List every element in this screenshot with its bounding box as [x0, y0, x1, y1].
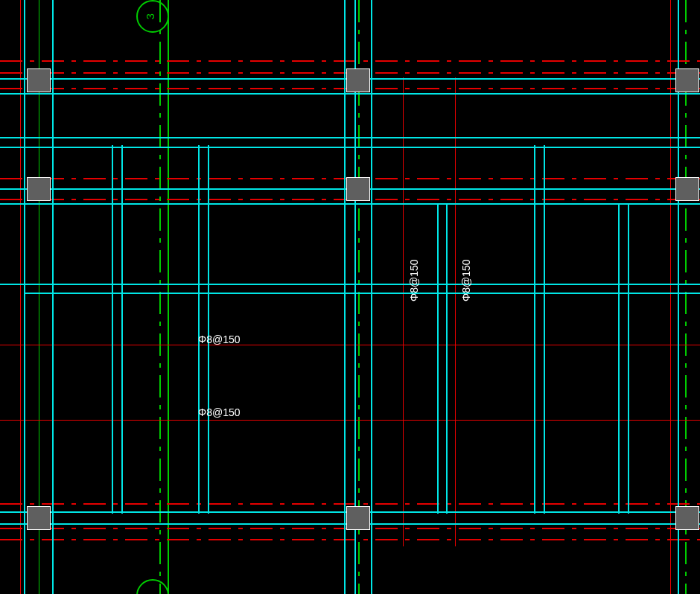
beam-edge: [0, 284, 700, 285]
beam-edge: [0, 137, 700, 138]
beam-edge: [198, 145, 200, 514]
column: [347, 69, 369, 92]
beam-edge: [446, 203, 448, 514]
beam-edge: [112, 145, 113, 514]
beam-edge: [0, 203, 700, 205]
column: [347, 507, 369, 529]
grid-bubble-bottom: [136, 579, 169, 594]
column: [676, 178, 699, 200]
column: [28, 507, 50, 529]
beam-edge: [52, 0, 54, 594]
beam-edge: [0, 93, 700, 95]
column: [676, 69, 699, 92]
rebar-annotation-vertical: Φ8@150: [460, 259, 472, 301]
rebar-line: [20, 0, 21, 594]
rebar-annotation: Φ8@150: [198, 406, 241, 418]
beam-edge: [344, 0, 346, 594]
rebar-annotation: Φ8@150: [198, 333, 241, 345]
beam-edge: [628, 203, 629, 514]
beam-edge: [24, 0, 25, 594]
beam-edge: [437, 203, 439, 514]
column: [676, 507, 699, 529]
beam-edge: [24, 293, 700, 294]
column: [347, 178, 369, 200]
cad-viewport[interactable]: 3: [0, 0, 700, 594]
beam-edge: [371, 0, 372, 594]
axis-line: [0, 539, 700, 540]
column: [28, 69, 50, 92]
grid-bubble-label: 3: [144, 13, 156, 19]
rebar-line: [670, 0, 671, 594]
beam-edge: [0, 147, 700, 148]
rebar-annotation-vertical: Φ8@150: [408, 259, 420, 301]
beam-edge: [534, 145, 535, 514]
axis-line: [0, 60, 700, 62]
rebar-line: [0, 420, 700, 421]
column: [28, 178, 50, 200]
beam-edge: [618, 203, 620, 514]
beam-edge: [544, 145, 545, 514]
axis-line: [0, 503, 700, 505]
beam-edge: [121, 145, 123, 514]
rebar-line: [0, 345, 700, 345]
beam-edge: [208, 145, 209, 514]
